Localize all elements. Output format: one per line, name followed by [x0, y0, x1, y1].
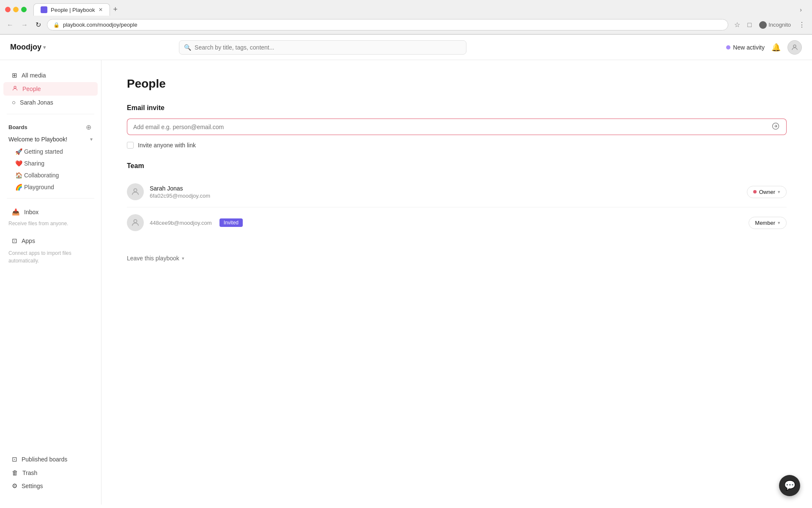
svg-point-0: [793, 45, 796, 47]
published-boards-icon: ⊡: [12, 456, 17, 463]
back-button[interactable]: ←: [5, 19, 15, 30]
sidebar-item-apps[interactable]: ⊡ Apps: [3, 234, 98, 248]
member-email-sarah: 6fa02c95@moodjoy.com: [150, 193, 747, 199]
browser-tabs: People | Playbook ✕ +: [33, 3, 121, 16]
settings-label: Settings: [22, 483, 43, 489]
chat-icon: 💬: [784, 480, 796, 491]
sidebar-item-settings[interactable]: ⚙ Settings: [3, 479, 98, 493]
bell-icon[interactable]: 🔔: [771, 43, 781, 52]
published-boards-label: Published boards: [22, 456, 67, 463]
browser-titlebar: People | Playbook ✕ + ›: [0, 0, 812, 16]
menu-button[interactable]: ⋮: [797, 19, 807, 30]
playbook-header[interactable]: Welcome to Playbook! ▾: [3, 133, 98, 146]
new-activity-button[interactable]: New activity: [726, 44, 765, 51]
member-email-448: 448cee9b@moodjoy.com: [150, 220, 212, 226]
search-input[interactable]: [179, 40, 466, 55]
leave-playbook-label: Leave this playbook: [127, 255, 179, 262]
owner-role-dropdown[interactable]: Owner ▾: [747, 186, 787, 198]
user-avatar[interactable]: [787, 40, 802, 55]
email-invite-send-button[interactable]: [765, 119, 787, 135]
minimize-dot[interactable]: [13, 7, 19, 12]
trash-label: Trash: [22, 469, 37, 476]
sidebar-item-collaborating[interactable]: 🏠 Collaborating: [8, 169, 96, 181]
account-button[interactable]: Incognito: [757, 19, 793, 30]
apps-icon: ⊡: [12, 237, 17, 245]
settings-icon: ⚙: [12, 482, 17, 490]
sidebar-item-inbox[interactable]: 📥 Inbox: [3, 205, 98, 219]
chat-button[interactable]: 💬: [779, 475, 800, 496]
url-text: playbook.com/moodjoy/people: [63, 22, 137, 28]
role-chevron-icon: ▾: [778, 189, 780, 195]
bookmark-button[interactable]: ☆: [732, 19, 742, 30]
member-avatar-sarah: [127, 183, 144, 200]
search-container: 🔍: [179, 40, 466, 55]
new-tab-button[interactable]: +: [110, 3, 121, 16]
svg-point-4: [134, 220, 137, 223]
tab-favicon: [41, 6, 47, 13]
sidebar-item-sharing[interactable]: ❤️ Sharing: [8, 157, 96, 169]
sarah-jonas-label: Sarah Jonas: [20, 99, 53, 106]
search-wrapper: 🔍: [179, 40, 466, 55]
leave-chevron-icon: ▾: [182, 256, 184, 261]
page-title: People: [127, 77, 787, 91]
sidebar-item-getting-started[interactable]: 🚀 Getting started: [8, 146, 96, 157]
sidebar-item-playground[interactable]: 🌈 Playground: [8, 181, 96, 193]
app-header: Moodjoy ▾ 🔍 New activity 🔔: [0, 35, 812, 60]
app-body: ⊞ All media People ○ Sarah Jonas Board: [0, 60, 812, 505]
forward-button[interactable]: →: [19, 19, 30, 30]
invite-link-label[interactable]: Invite anyone with link: [138, 142, 196, 149]
app: Moodjoy ▾ 🔍 New activity 🔔: [0, 35, 812, 505]
address-bar[interactable]: 🔒 playbook.com/moodjoy/people: [47, 19, 728, 30]
active-tab[interactable]: People | Playbook ✕: [33, 3, 110, 16]
apps-section: ⊡ Apps Connect apps to import files auto…: [0, 231, 101, 270]
inbox-icon: 📥: [12, 208, 20, 216]
member-avatar-448: [127, 214, 144, 231]
trash-icon: 🗑: [12, 469, 18, 476]
tab-close-button[interactable]: ✕: [99, 7, 103, 13]
add-board-button[interactable]: ⊕: [84, 123, 93, 131]
maximize-dot[interactable]: [21, 7, 27, 12]
inbox-section: 📥 Inbox Receive files from anyone.: [0, 202, 101, 231]
extensions-button[interactable]: □: [746, 19, 754, 30]
app-logo[interactable]: Moodjoy ▾: [10, 43, 46, 52]
search-icon: 🔍: [184, 44, 191, 51]
tab-title: People | Playbook: [51, 7, 95, 13]
window-controls: [5, 7, 27, 12]
account-label: Incognito: [768, 22, 791, 28]
invited-badge: Invited: [219, 218, 243, 227]
table-row: Sarah Jonas 6fa02c95@moodjoy.com Owner ▾: [127, 177, 787, 207]
close-dot[interactable]: [5, 7, 11, 12]
reload-button[interactable]: ↻: [34, 19, 43, 30]
logo-text: Moodjoy: [10, 43, 41, 52]
getting-started-label: 🚀 Getting started: [15, 148, 63, 155]
avatar-icon: [131, 187, 140, 196]
email-invite-row: [127, 119, 787, 135]
sidebar-item-sarah-jonas[interactable]: ○ Sarah Jonas: [3, 96, 98, 109]
email-invite-input[interactable]: [127, 119, 765, 135]
avatar-icon: [131, 218, 140, 227]
sidebar-divider-1: [7, 114, 94, 114]
sidebar-item-all-media[interactable]: ⊞ All media: [3, 69, 98, 82]
sidebar-item-people[interactable]: People: [3, 82, 98, 96]
team-section: Team Sarah Jonas 6fa02c95@moodjoy.com: [127, 162, 787, 238]
new-activity-dot: [726, 45, 730, 50]
inbox-sublabel: Receive files from anyone.: [0, 219, 101, 227]
owner-role-label: Owner: [759, 189, 775, 195]
invite-link-checkbox[interactable]: [127, 142, 134, 149]
member-email-row: 448cee9b@moodjoy.com Invited: [150, 218, 749, 227]
sidebar-item-trash[interactable]: 🗑 Trash: [3, 466, 98, 479]
leave-playbook-button[interactable]: Leave this playbook ▾: [127, 251, 787, 265]
sidebar-bottom: ⊡ Published boards 🗑 Trash ⚙ Settings: [0, 447, 101, 498]
sidebar-item-published-boards[interactable]: ⊡ Published boards: [3, 453, 98, 466]
sharing-label: ❤️ Sharing: [15, 160, 44, 167]
header-actions: New activity 🔔: [726, 40, 802, 55]
sarah-jonas-icon: ○: [12, 99, 16, 106]
inbox-label: Inbox: [24, 209, 38, 215]
member-role-448: Member ▾: [749, 217, 787, 229]
tab-end: ›: [124, 6, 807, 13]
tabs-chevron-icon: ›: [800, 6, 802, 13]
apps-label: Apps: [22, 237, 35, 244]
member-role-dropdown[interactable]: Member ▾: [749, 217, 787, 229]
browser-toolbar: ← → ↻ 🔒 playbook.com/moodjoy/people ☆ □ …: [0, 16, 812, 34]
boards-label: Boards: [8, 124, 27, 130]
